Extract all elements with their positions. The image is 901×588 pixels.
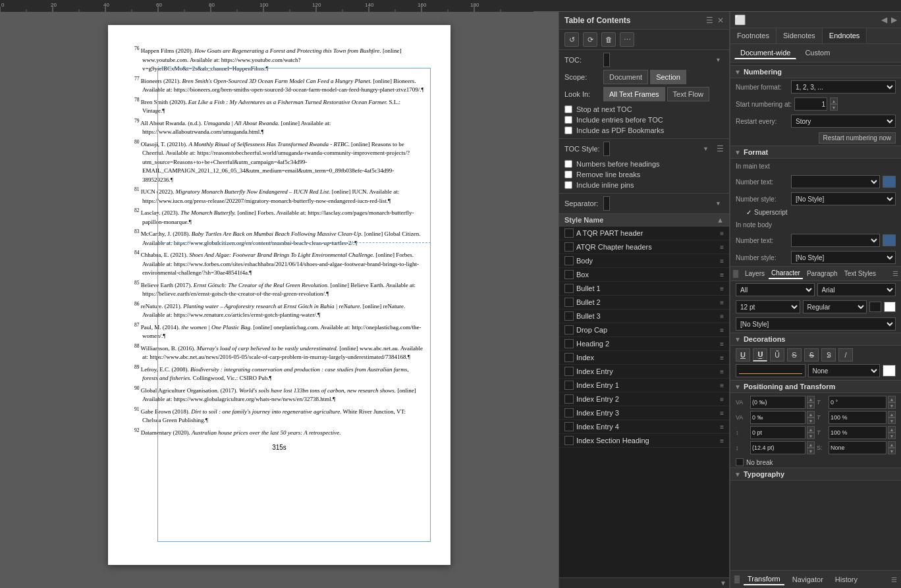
style-item-drop-cap[interactable]: Drop Cap ≡ — [559, 323, 729, 337]
pos-scale-h-up[interactable]: ▲ — [888, 411, 896, 417]
style-check-atqr-chapter[interactable] — [564, 242, 574, 252]
look-text-flow-btn[interactable]: Text Flow — [667, 87, 709, 101]
look-all-frames-btn[interactable]: All Text Frames — [603, 87, 665, 101]
style-check-index-entry[interactable] — [564, 367, 574, 376]
start-numbering-up[interactable]: ▲ — [830, 97, 838, 104]
right-nav-right[interactable]: ▶ — [891, 15, 897, 24]
pos-va2-down[interactable]: ▼ — [807, 417, 815, 424]
style-item-index-entry4[interactable]: Index Entry 4 ≡ — [559, 420, 729, 434]
include-before-toc-check[interactable] — [564, 116, 572, 124]
underline-style-box[interactable] — [736, 364, 805, 377]
toc-tool-1[interactable]: ↺ — [564, 32, 579, 47]
pos-offset-up[interactable]: ▲ — [807, 426, 815, 433]
style-check-bullet1[interactable] — [564, 284, 574, 293]
style-check-index-section-heading[interactable] — [564, 436, 574, 445]
style-item-bullet3[interactable]: Bullet 3 ≡ — [559, 309, 729, 323]
style-item-index-entry2[interactable]: Index Entry 2 ≡ — [559, 392, 729, 406]
style-list-scroll-up[interactable]: ▲ — [717, 216, 724, 224]
stop-next-toc-check[interactable] — [564, 105, 572, 113]
typography-section-header[interactable]: ▼ Typography — [730, 468, 901, 481]
style-list-scroll-down[interactable]: ▼ — [720, 579, 726, 587]
positioning-section-header[interactable]: ▼ Positioning and Transform — [730, 380, 901, 393]
style-item-index-section-heading[interactable]: Index Section Heading ≡ — [559, 434, 729, 448]
pos-scale-v-down[interactable]: ▼ — [888, 433, 896, 439]
style-item-a-tqr-part[interactable]: A TQR PART header ≡ — [559, 227, 729, 240]
style-item-box[interactable]: Box ≡ — [559, 268, 729, 282]
char-color-swatch2[interactable] — [884, 302, 896, 312]
numbers-before-headings-check[interactable] — [564, 160, 572, 168]
right-icon-1[interactable]: ⬜ — [734, 14, 746, 25]
decoration-strikethrough[interactable]: S — [787, 348, 802, 361]
number-format-select[interactable]: 1, 2, 3, ... — [791, 80, 896, 94]
decoration-none-select[interactable]: None — [808, 364, 881, 377]
layers-drag-icon[interactable] — [733, 270, 738, 278]
scope-document-btn[interactable]: Document — [603, 70, 648, 84]
char-font-select[interactable]: Arial — [817, 283, 896, 296]
remove-line-breaks-check[interactable] — [564, 171, 572, 178]
tab-paragraph[interactable]: Paragraph — [804, 269, 840, 279]
style-item-index-entry1[interactable]: Index Entry 1 ≡ — [559, 379, 729, 392]
toc-tool-3[interactable]: 🗑 — [601, 32, 616, 47]
style-check-box[interactable] — [564, 270, 574, 279]
toc-style-menu-icon[interactable]: ☰ — [717, 144, 724, 153]
style-item-index-entry3[interactable]: Index Entry 3 ≡ — [559, 406, 729, 420]
style-check-index-entry4[interactable] — [564, 422, 574, 431]
char-style-select[interactable]: [No Style] — [736, 317, 896, 331]
style-check-index[interactable] — [564, 353, 574, 362]
style-check-heading2[interactable] — [564, 339, 574, 348]
start-numbering-input[interactable] — [794, 97, 827, 111]
pos-va-up[interactable]: ▲ — [807, 396, 815, 402]
pos-offset-down[interactable]: ▼ — [807, 433, 815, 439]
main-number-color-swatch[interactable] — [883, 176, 896, 188]
pos-va-down[interactable]: ▼ — [807, 402, 815, 409]
style-item-heading2[interactable]: Heading 2 ≡ — [559, 337, 729, 351]
style-check-index-entry1[interactable] — [564, 381, 574, 390]
main-number-style-select[interactable]: [No Style] — [791, 192, 896, 205]
pos-angle-up[interactable]: ▲ — [888, 396, 896, 402]
style-check-index-entry3[interactable] — [564, 408, 574, 417]
style-check-bullet3[interactable] — [564, 311, 574, 321]
decoration-underline-wavy[interactable]: U͂ — [770, 348, 784, 361]
bottom-tabs-menu[interactable]: ☰ — [891, 576, 897, 583]
toc-close-icon[interactable]: ✕ — [717, 16, 724, 25]
bottom-tab-history[interactable]: History — [831, 574, 861, 585]
scope-section-btn[interactable]: Section — [650, 70, 686, 84]
toc-tool-4[interactable]: ⋯ — [620, 32, 634, 47]
style-check-a-tqr-part[interactable] — [564, 228, 574, 238]
decorations-section-header[interactable]: ▼ Decorations — [730, 333, 901, 346]
style-item-body[interactable]: Body ≡ — [559, 254, 729, 268]
decoration-color-swatch[interactable] — [883, 365, 896, 377]
style-check-bullet2[interactable] — [564, 298, 574, 307]
start-numbering-down[interactable]: ▼ — [830, 104, 838, 111]
decoration-strikethrough2[interactable]: S̶ — [804, 348, 819, 361]
right-nav-left[interactable]: ◀ — [881, 15, 887, 24]
style-check-index-entry2[interactable] — [564, 394, 574, 404]
restart-numbering-btn[interactable]: Restart numbering now — [819, 132, 896, 144]
style-item-bullet2[interactable]: Bullet 2 ≡ — [559, 296, 729, 309]
pos-angle-down[interactable]: ▼ — [888, 402, 896, 409]
decoration-underline-single[interactable]: U — [736, 348, 750, 361]
style-item-index-entry[interactable]: Index Entry ≡ — [559, 365, 729, 379]
char-all-select[interactable]: All — [736, 283, 815, 296]
toc-tool-2[interactable]: ⟳ — [583, 32, 597, 47]
pos-leading-up[interactable]: ▲ — [807, 441, 815, 448]
separator-dropdown[interactable] — [603, 196, 610, 211]
pos-scale-h-down[interactable]: ▼ — [888, 417, 896, 424]
numbering-section-header[interactable]: ▼ Numbering — [730, 65, 901, 78]
decoration-underline-double[interactable]: U̲ — [753, 348, 767, 361]
decoration-slash[interactable]: / — [838, 348, 853, 361]
main-number-text-select[interactable] — [791, 175, 880, 188]
style-item-bullet1[interactable]: Bullet 1 ≡ — [559, 282, 729, 296]
note-number-text-select[interactable] — [791, 234, 880, 247]
toc-style-dropdown[interactable] — [603, 142, 610, 156]
pos-scale-v-up[interactable]: ▲ — [888, 426, 896, 433]
style-item-index[interactable]: Index ≡ — [559, 351, 729, 365]
include-inline-pins-check[interactable] — [564, 181, 572, 189]
decoration-strikethrough3[interactable]: S̷ — [821, 348, 836, 361]
pos-leading-down[interactable]: ▼ — [807, 448, 815, 454]
subtab-document-wide[interactable]: Document-wide — [734, 47, 796, 59]
tab-endnotes[interactable]: Endnotes — [823, 28, 867, 43]
subtab-custom[interactable]: Custom — [799, 47, 836, 59]
note-number-color-swatch[interactable] — [883, 234, 896, 246]
toc-dropdown[interactable] — [603, 53, 610, 67]
